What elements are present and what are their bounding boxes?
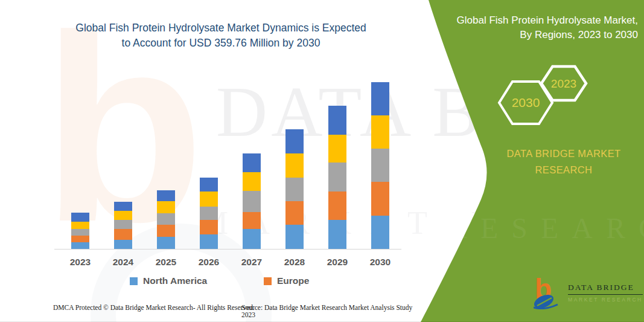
x-label-2025: 2025 (148, 257, 184, 268)
bar-2028-segment-1 (285, 225, 304, 249)
company-logo-subname: MARKET RESEARCH (568, 297, 643, 303)
bar-2028 (285, 129, 304, 249)
x-label-2023: 2023 (62, 257, 98, 268)
bar-2028-segment-4 (285, 153, 304, 178)
bar-2030-segment-2 (371, 182, 389, 216)
x-label-2024: 2024 (105, 257, 141, 268)
bar-2029-segment-1 (328, 220, 346, 249)
bar-2030-segment-3 (371, 149, 389, 182)
bar-2023-segment-2 (71, 236, 89, 242)
chart-plot-area (54, 72, 401, 250)
bar-2028-segment-5 (285, 129, 304, 153)
bar-2030 (371, 82, 389, 249)
bar-2027-segment-4 (243, 172, 261, 191)
bar-2027-segment-2 (243, 212, 261, 229)
bar-2028-segment-3 (285, 178, 304, 201)
bar-2024-segment-5 (114, 202, 132, 211)
hexagon-year-small: 2023 (551, 77, 576, 90)
side-panel-title-line1: Global Fish Protein Hydrolysate Market, (426, 13, 638, 28)
bar-2024-segment-3 (114, 220, 132, 229)
company-logo-text: DATA BRIDGE MARKET RESEARCH (568, 283, 643, 303)
bar-2027-segment-3 (243, 191, 261, 212)
bar-2023 (71, 213, 89, 249)
x-label-2030: 2030 (362, 257, 398, 268)
bar-2023-segment-5 (71, 213, 89, 222)
side-panel-title: Global Fish Protein Hydrolysate Market, … (426, 13, 638, 42)
bar-2025-segment-2 (157, 225, 175, 237)
bar-2024 (114, 202, 132, 249)
hexagon-graphic: 2030 2023 (494, 60, 596, 130)
legend-label: Europe (277, 275, 309, 286)
chart-legend: North AmericaEurope (0, 275, 422, 289)
bar-2026-segment-5 (200, 178, 218, 192)
bar-2029-segment-2 (328, 192, 346, 220)
bar-2026-segment-2 (200, 220, 218, 234)
footer-dmca-text: DMCA Protected © Data Bridge Market Rese… (53, 304, 255, 311)
legend-swatch-icon (130, 277, 138, 285)
bar-2026 (200, 178, 218, 249)
chart-title: Global Fish Protein Hydrolysate Market D… (53, 21, 389, 51)
bar-2028-segment-2 (285, 201, 304, 225)
bar-2026-segment-4 (200, 192, 218, 207)
bar-2024-segment-4 (114, 211, 132, 220)
x-label-2029: 2029 (319, 257, 355, 268)
x-label-2028: 2028 (276, 257, 313, 268)
chart-title-line2: to Account for USD 359.76 Million by 203… (53, 36, 389, 51)
bar-2023-segment-4 (71, 222, 89, 229)
x-axis-line (54, 249, 401, 250)
bar-2029-segment-4 (328, 135, 346, 163)
bar-2023-segment-3 (71, 229, 89, 236)
x-axis-labels: 20232024202520262027202820292030 (54, 257, 401, 270)
bar-2029-segment-3 (328, 163, 346, 192)
company-logo: b DATA BRIDGE MARKET RESEARCH (534, 275, 643, 309)
bar-2025-segment-3 (157, 213, 175, 225)
chart-title-line1: Global Fish Protein Hydrolysate Market D… (53, 21, 389, 36)
bar-2024-segment-1 (114, 240, 132, 249)
bar-2025-segment-1 (157, 237, 175, 249)
legend-swatch-icon (264, 277, 272, 285)
brand-text-line1: DATA BRIDGE MARKET (486, 146, 641, 162)
side-panel-title-line2: By Regions, 2023 to 2030 (426, 28, 638, 42)
company-logo-name: DATA BRIDGE (568, 283, 643, 295)
bar-2030-segment-1 (371, 216, 389, 249)
x-label-2027: 2027 (234, 257, 270, 268)
hexagon-year-large: 2030 (512, 95, 540, 109)
bar-2024-segment-2 (114, 229, 132, 240)
infographic-canvas: b DATA BRIDGE MARKET RESEARCH RESEARCH G… (0, 0, 644, 322)
company-logo-icon: b (534, 275, 563, 309)
legend-item-north-america: North America (130, 275, 207, 286)
bar-2025-segment-5 (157, 190, 175, 201)
bar-2026-segment-3 (200, 207, 218, 220)
legend-label: North America (143, 275, 207, 286)
bar-2030-segment-5 (371, 82, 389, 115)
brand-text: DATA BRIDGE MARKET RESEARCH (486, 146, 641, 178)
bar-2025 (157, 190, 175, 249)
x-label-2026: 2026 (191, 257, 227, 268)
bar-2029 (328, 106, 346, 249)
footer-source-text: Source: Data Bridge Market Research Mark… (241, 304, 422, 318)
bar-2029-segment-5 (328, 106, 346, 135)
bar-2025-segment-4 (157, 201, 175, 213)
bar-2027-segment-1 (243, 229, 261, 249)
bar-2027 (243, 153, 261, 249)
bar-2027-segment-5 (243, 153, 261, 172)
bar-2030-segment-4 (371, 115, 389, 149)
brand-text-line2: RESEARCH (486, 162, 641, 178)
bar-2026-segment-1 (200, 234, 218, 249)
bar-2023-segment-1 (71, 242, 89, 249)
legend-item-europe: Europe (264, 275, 309, 286)
